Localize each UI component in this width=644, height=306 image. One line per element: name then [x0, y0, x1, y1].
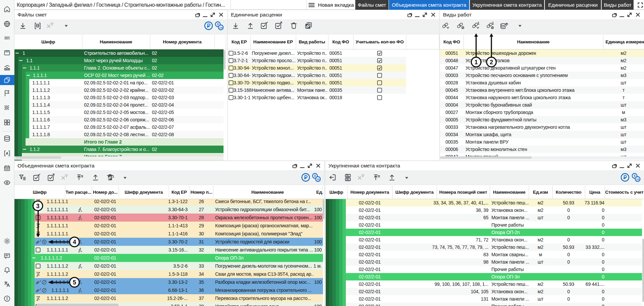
svg-text:1: 1 [40, 280, 41, 282]
svg-text:1: 1 [478, 22, 480, 25]
svg-text:1: 1 [492, 22, 494, 25]
svg-text:A: A [6, 151, 8, 155]
svg-text:8: 8 [217, 23, 219, 26]
svg-text:15: 15 [219, 26, 223, 29]
svg-text:1: 1 [113, 175, 114, 178]
svg-text:8: 8 [314, 174, 316, 178]
svg-text:8: 8 [634, 174, 636, 178]
svg-text:1: 1 [40, 239, 41, 242]
svg-text:15: 15 [636, 178, 639, 181]
svg-text:1: 1 [40, 288, 41, 290]
svg-text:15: 15 [317, 178, 320, 181]
